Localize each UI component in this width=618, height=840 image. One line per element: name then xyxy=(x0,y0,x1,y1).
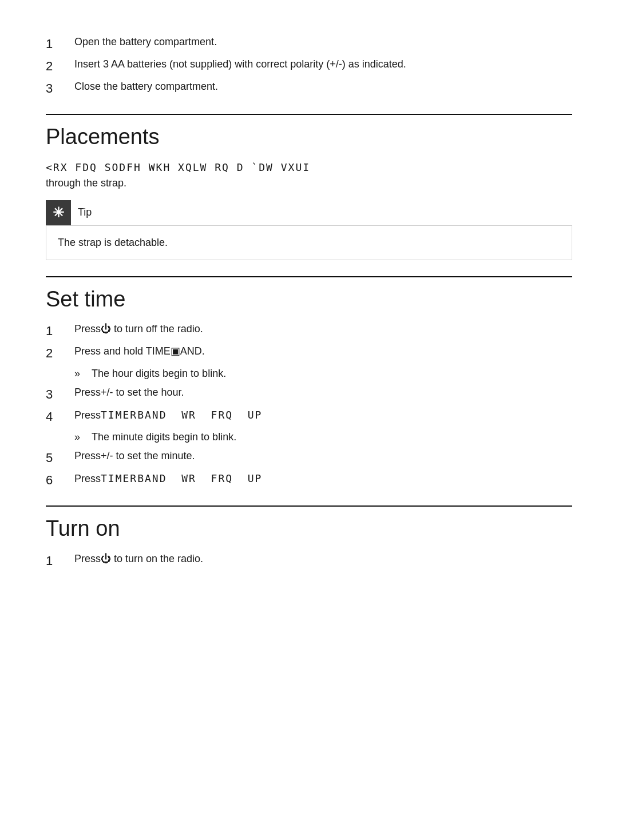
step-text: Press⏻ to turn off the radio. xyxy=(74,321,572,337)
tip-text: The strap is detachable. xyxy=(58,237,168,248)
set-time-step-2-sub: » The hour digits begin to blink. xyxy=(46,366,572,381)
turn-on-step-1: 1 Press⏻ to turn on the radio. xyxy=(46,551,572,570)
step-text: PressTIMERBAND WR FRQ UP xyxy=(74,471,572,487)
step-text: Press⏻ to turn on the radio. xyxy=(74,551,572,567)
sub-text: The minute digits begin to blink. xyxy=(92,429,236,445)
battery-step-3: 3 Close the battery compartment. xyxy=(46,79,572,98)
battery-step-1: 1 Open the battery compartment. xyxy=(46,34,572,53)
battery-step-2: 2 Insert 3 AA batteries (not supplied) w… xyxy=(46,57,572,75)
step-text: Close the battery compartment. xyxy=(74,79,572,94)
tip-label: Tip xyxy=(78,206,92,218)
step-text: PressTIMERBAND WR FRQ UP xyxy=(74,407,572,423)
placement-encoded: <RX FDQ SODFH WKH XQLW RQ D `DW VXUI thr… xyxy=(46,160,572,191)
set-time-step-4: 4 PressTIMERBAND WR FRQ UP xyxy=(46,407,572,426)
section-divider xyxy=(46,114,572,115)
tip-box: The strap is detachable. xyxy=(46,225,572,260)
step-text: Insert 3 AA batteries (not supplied) wit… xyxy=(74,57,572,72)
set-time-step-1: 1 Press⏻ to turn off the radio. xyxy=(46,321,572,340)
set-time-step-2: 2 Press and hold TIME▣AND. xyxy=(46,344,572,363)
step-text: Press+/- to set the minute. xyxy=(74,448,572,464)
turn-on-list: 1 Press⏻ to turn on the radio. xyxy=(46,551,572,570)
sub-bullet: » xyxy=(74,366,92,381)
set-time-list: 1 Press⏻ to turn off the radio. 2 Press … xyxy=(46,321,572,489)
step-number: 5 xyxy=(46,448,74,467)
step-number: 2 xyxy=(46,57,74,75)
normal-line: through the strap. xyxy=(46,177,126,189)
sub-text: The hour digits begin to blink. xyxy=(92,366,226,381)
tip-icon: ✳ xyxy=(46,200,71,225)
step-number: 1 xyxy=(46,321,74,340)
set-time-step-3: 3 Press+/- to set the hour. xyxy=(46,385,572,404)
step-number: 4 xyxy=(46,407,74,426)
step-number: 3 xyxy=(46,385,74,404)
step-number: 6 xyxy=(46,471,74,489)
turn-on-title: Turn on xyxy=(46,516,572,542)
section-divider-turn-on xyxy=(46,505,572,507)
tip-header: ✳ Tip xyxy=(46,200,572,225)
step-text: Press+/- to set the hour. xyxy=(74,385,572,400)
placement-title: Placements xyxy=(46,124,572,150)
section-divider-set-time xyxy=(46,276,572,277)
step-text: Press and hold TIME▣AND. xyxy=(74,344,572,359)
step-number: 2 xyxy=(46,344,74,363)
sub-bullet: » xyxy=(74,429,92,445)
step-text: Open the battery compartment. xyxy=(74,34,572,50)
battery-steps-list: 1 Open the battery compartment. 2 Insert… xyxy=(46,34,572,98)
sub-item: » The hour digits begin to blink. xyxy=(46,366,572,381)
step-number: 3 xyxy=(46,79,74,98)
set-time-step-6: 6 PressTIMERBAND WR FRQ UP xyxy=(46,471,572,489)
step-number: 1 xyxy=(46,551,74,570)
set-time-step-4-sub: » The minute digits begin to blink. xyxy=(46,429,572,445)
set-time-title: Set time xyxy=(46,286,572,313)
encoded-line: <RX FDQ SODFH WKH XQLW RQ D `DW VXUI xyxy=(46,161,310,173)
set-time-step-5: 5 Press+/- to set the minute. xyxy=(46,448,572,467)
step-number: 1 xyxy=(46,34,74,53)
sub-item: » The minute digits begin to blink. xyxy=(46,429,572,445)
